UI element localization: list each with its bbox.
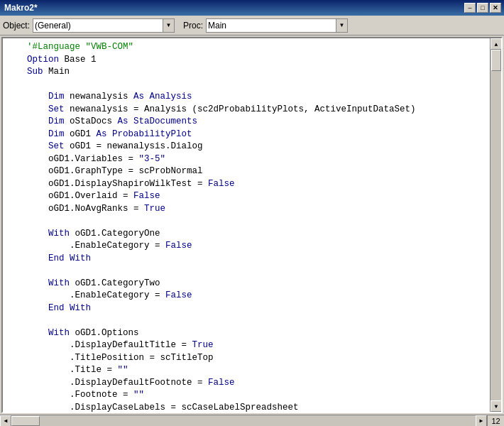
title-bar: Makro2* – □ ✕	[0, 0, 504, 16]
close-button[interactable]: ✕	[490, 3, 501, 13]
proc-select[interactable]: Main ▼	[206, 18, 348, 33]
proc-select-value: Main	[207, 21, 336, 31]
scroll-thumb[interactable]	[491, 50, 501, 71]
object-label: Object:	[3, 21, 30, 31]
main-window: '#Language "VWB-COM" Option Base 1 Sub M…	[0, 36, 504, 426]
vertical-scrollbar[interactable]: ▲ ▼	[490, 38, 501, 412]
window-controls: – □ ✕	[464, 3, 501, 13]
proc-label: Proc:	[183, 21, 203, 31]
editor-container: '#Language "VWB-COM" Option Base 1 Sub M…	[1, 37, 503, 413]
h-scroll-thumb[interactable]	[11, 416, 40, 426]
scroll-left-button[interactable]: ◀	[0, 415, 11, 427]
line-counter: 12	[487, 415, 504, 427]
scroll-up-button[interactable]: ▲	[491, 38, 502, 50]
object-select-value: (General)	[33, 21, 163, 31]
scroll-right-button[interactable]: ▶	[476, 415, 487, 427]
proc-select-arrow[interactable]: ▼	[336, 19, 347, 32]
scroll-track[interactable]	[491, 50, 501, 400]
toolbar: Object: (General) ▼ Proc: Main ▼	[0, 16, 504, 36]
object-select[interactable]: (General) ▼	[33, 18, 175, 33]
h-scroll-track[interactable]	[11, 415, 476, 427]
minimize-button[interactable]: –	[464, 3, 476, 13]
maximize-button[interactable]: □	[477, 3, 488, 13]
scroll-down-button[interactable]: ▼	[491, 400, 502, 412]
bottom-bar: ◀ ▶ 12	[0, 415, 504, 426]
code-editor[interactable]: '#Language "VWB-COM" Option Base 1 Sub M…	[3, 38, 490, 412]
object-select-arrow[interactable]: ▼	[163, 19, 174, 32]
window-title: Makro2*	[4, 3, 38, 13]
code-content: '#Language "VWB-COM" Option Base 1 Sub M…	[6, 41, 487, 412]
